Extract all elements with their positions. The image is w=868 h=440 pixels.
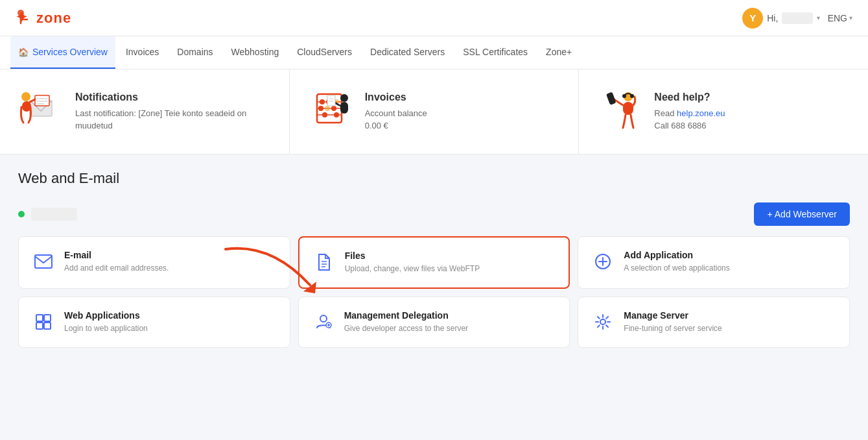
svg-point-21	[322, 112, 327, 117]
lang-chevron-icon: ▾	[849, 14, 852, 21]
svg-rect-24	[340, 102, 348, 114]
management-delegation-title: Management Delegation	[344, 310, 468, 321]
notifications-title: Notifications	[75, 92, 271, 103]
add-webserver-button[interactable]: + Add Webserver	[754, 202, 850, 226]
manage-server-icon	[591, 310, 615, 334]
feature-card-add-application[interactable]: Add Application A selection of web appli…	[578, 236, 850, 289]
nav-item-invoices[interactable]: Invoices	[118, 36, 167, 69]
svg-rect-42	[44, 315, 51, 321]
email-description: Add and edit email addresses.	[64, 263, 169, 274]
feature-card-web-applications[interactable]: Web Applications Login to web applicatio…	[18, 297, 290, 348]
nav-label-ssl-certificates: SSL Certificates	[463, 47, 528, 57]
svg-point-15	[320, 99, 325, 104]
nav-item-dedicated-servers[interactable]: Dedicated Servers	[362, 36, 452, 69]
feature-grid: E-mail Add and edit email addresses.	[18, 236, 850, 348]
svg-rect-5	[35, 95, 49, 106]
invoices-card[interactable]: Invoices Account balance 0.00 €	[290, 69, 580, 154]
user-menu[interactable]: Y Hi, ▾	[742, 8, 819, 29]
server-status-dot	[18, 211, 25, 217]
notifications-card[interactable]: Notifications Last notification: [Zone] …	[0, 69, 290, 154]
notifications-body: Last notification: [Zone] Teie konto sea…	[75, 107, 271, 132]
nav-item-cloudservers[interactable]: CloudServers	[289, 36, 360, 69]
svg-point-45	[320, 315, 327, 322]
home-icon: 🏠	[18, 47, 29, 57]
svg-rect-44	[44, 323, 51, 329]
nav-label-domains: Domains	[177, 47, 213, 57]
server-info	[18, 208, 77, 221]
svg-point-9	[21, 92, 30, 101]
svg-point-19	[331, 106, 336, 111]
user-greeting: Hi,	[767, 13, 778, 23]
nav-label-invoices: Invoices	[126, 47, 159, 57]
feature-card-email[interactable]: E-mail Add and edit email addresses.	[18, 236, 290, 289]
main-content: Web and E-mail + Add Webserver	[0, 154, 868, 363]
manage-server-card-text: Manage Server Fine-tuning of server serv…	[624, 310, 721, 334]
help-illustration	[597, 89, 642, 134]
manage-server-title: Manage Server	[624, 310, 721, 321]
files-description: Upload, change, view files via WebFTP	[345, 263, 480, 275]
user-name-blurred	[782, 12, 812, 24]
nav-label-zone-plus: Zone+	[546, 47, 572, 57]
management-delegation-icon	[312, 310, 335, 334]
section-title: Web and E-mail	[18, 170, 850, 187]
server-name-blurred	[31, 208, 77, 221]
nav-label-dedicated-servers: Dedicated Servers	[370, 47, 445, 57]
notifications-illustration	[18, 89, 64, 134]
svg-point-18	[318, 106, 323, 111]
help-card[interactable]: Need help? Read help.zone.eu Call 688 68…	[579, 69, 868, 154]
feature-card-management-delegation[interactable]: Management Delegation Give developer acc…	[298, 297, 570, 348]
invoices-illustration	[308, 89, 353, 134]
main-nav: 🏠 Services Overview Invoices Domains Web…	[0, 36, 868, 69]
nav-item-zone-plus[interactable]: Zone+	[538, 36, 580, 69]
svg-point-20	[325, 106, 330, 111]
language-label: ENG	[828, 13, 847, 23]
web-applications-card-text: Web Applications Login to web applicatio…	[64, 310, 148, 334]
nav-item-webhosting[interactable]: Webhosting	[224, 36, 287, 69]
email-card-text: E-mail Add and edit email addresses.	[64, 250, 169, 274]
logo-icon: ✦	[16, 8, 32, 29]
management-delegation-description: Give developer access to the server	[344, 323, 468, 334]
nav-item-domains[interactable]: Domains	[169, 36, 220, 69]
invoices-title: Invoices	[365, 92, 427, 103]
svg-rect-43	[36, 323, 43, 329]
help-title: Need help?	[654, 92, 725, 103]
add-webserver-label: + Add Webserver	[767, 209, 837, 219]
info-cards-row: Notifications Last notification: [Zone] …	[0, 69, 868, 154]
feature-grid-wrapper: E-mail Add and edit email addresses.	[18, 236, 850, 348]
svg-point-22	[334, 112, 339, 117]
svg-point-23	[340, 94, 348, 102]
svg-rect-10	[22, 101, 31, 112]
avatar: Y	[742, 8, 763, 29]
svg-rect-34	[35, 255, 52, 268]
feature-card-manage-server[interactable]: Manage Server Fine-tuning of server serv…	[578, 297, 850, 348]
nav-item-ssl-certificates[interactable]: SSL Certificates	[455, 36, 535, 69]
user-chevron-icon: ▾	[817, 14, 820, 21]
notifications-card-text: Notifications Last notification: [Zone] …	[75, 92, 271, 132]
files-icon	[312, 251, 336, 274]
feature-card-files[interactable]: Files Upload, change, view files via Web…	[298, 236, 570, 289]
svg-point-31	[630, 94, 634, 98]
files-card-text: Files Upload, change, view files via Web…	[345, 251, 480, 275]
logo-text: zone	[36, 10, 71, 27]
nav-item-services-overview[interactable]: 🏠 Services Overview	[10, 36, 115, 69]
invoices-balance-label: Account balance	[365, 107, 427, 120]
nav-label-webhosting: Webhosting	[231, 47, 279, 57]
add-application-description: A selection of web applications	[624, 263, 729, 274]
help-body: Read help.zone.eu	[654, 107, 725, 120]
invoices-amount: 0.00 €	[365, 119, 427, 132]
svg-rect-41	[36, 315, 43, 321]
help-link[interactable]: help.zone.eu	[677, 108, 725, 118]
email-icon	[32, 250, 55, 273]
add-application-icon	[591, 250, 615, 273]
logo: ✦ zone	[16, 8, 71, 29]
svg-rect-29	[623, 102, 633, 115]
web-applications-title: Web Applications	[64, 310, 148, 321]
help-phone: Call 688 6886	[654, 119, 725, 132]
invoices-card-text: Invoices Account balance 0.00 €	[365, 92, 427, 132]
server-bar: + Add Webserver	[18, 202, 850, 226]
manage-server-description: Fine-tuning of server service	[624, 323, 721, 334]
language-selector[interactable]: ENG ▾	[828, 13, 852, 23]
management-delegation-card-text: Management Delegation Give developer acc…	[344, 310, 468, 334]
add-application-card-text: Add Application A selection of web appli…	[624, 250, 729, 274]
files-title: Files	[345, 251, 480, 261]
